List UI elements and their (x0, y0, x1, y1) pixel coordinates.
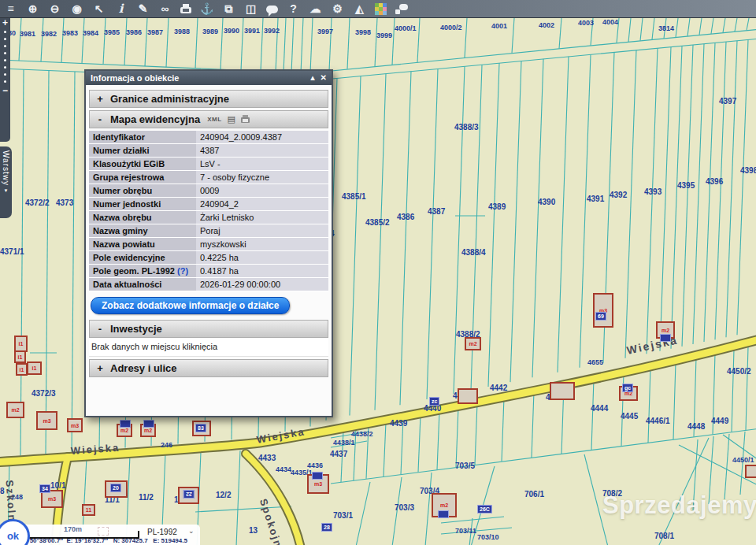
help-link[interactable]: (?) (175, 266, 188, 276)
parcel-label: 4385/1 (342, 192, 366, 201)
draw-measure-icon[interactable]: ✎ (136, 2, 150, 16)
parcel-label: 4372/3 (32, 389, 56, 398)
parcel-label: 4395 (677, 181, 695, 190)
parcel-label: 3987 (147, 28, 163, 36)
zoom-in-icon[interactable]: ⊕ (26, 2, 39, 16)
settings-icon[interactable]: ⚙ (331, 2, 344, 16)
parcel-label: 3984 (83, 29, 98, 37)
toolbar: ≡⊕⊖◉↖i✎∞⚓⧉◫?☁⚙◭ (0, 0, 756, 18)
parcel-label: 3990 (224, 27, 239, 35)
address-plate: 22 (183, 490, 195, 499)
feedback-icon[interactable] (395, 4, 408, 14)
parcel-label: 4371/1 (0, 247, 24, 256)
parcel-label: 4445 (621, 412, 638, 421)
pointer-icon[interactable]: ↖ (92, 2, 106, 16)
building-icon: m3 (67, 418, 83, 432)
window-titlebar[interactable]: Informacja o obiekcie ▴ ✕ (86, 71, 332, 85)
parcel-label: 3986 (126, 28, 142, 36)
chevron-down-icon[interactable]: ⌄ (188, 527, 195, 535)
more-info-button[interactable]: Zobacz dodatkowe informacje o działce (91, 297, 290, 314)
building-icon: m3 (36, 411, 57, 430)
address-plate: 69 (595, 312, 606, 321)
watermark: Sprzedajemy.pl (602, 491, 756, 520)
building-icon: i1 (16, 363, 28, 376)
parcel-label: 4450/2 (727, 367, 751, 376)
parcel-label: 3983 (62, 29, 78, 37)
parcel-label: 4450/1 (732, 456, 754, 464)
link-icon[interactable]: ∞ (158, 2, 172, 16)
scale-extent-icon (98, 527, 109, 536)
parcel-label: 10/1 (50, 481, 65, 490)
chevron-down-icon: ▼ (4, 188, 9, 193)
section-adresy-i-ulice[interactable]: + Adresy i ulice (89, 359, 328, 377)
parcel-label: 4437 (330, 450, 347, 458)
info-row: Numer obrębu0009 (89, 184, 328, 198)
parcel-label: 3814 (658, 24, 674, 32)
parcel-label: 4002 (539, 21, 554, 29)
parcel-label: 4449 (711, 417, 728, 425)
print-icon[interactable] (180, 7, 191, 13)
address-plate: 34 (39, 484, 50, 493)
crs-select[interactable]: PL-1992 (147, 528, 177, 536)
zoom-in-button[interactable]: + (2, 17, 8, 28)
parcel-label: 706/1 (524, 490, 544, 499)
parcel-label: 4003 (578, 19, 594, 27)
select-area-icon[interactable]: ◉ (70, 2, 83, 16)
parcel-label: 703/5 (455, 462, 475, 470)
zoom-out-button[interactable]: − (2, 85, 8, 96)
building-icon (745, 465, 756, 478)
comment-icon[interactable] (266, 6, 278, 13)
parcel-label: 4433 (258, 454, 276, 462)
close-icon[interactable]: ✕ (321, 74, 327, 82)
parcel-label: 4446/1 (646, 417, 670, 425)
parcel-label: 703/3 (395, 503, 414, 512)
prism-icon[interactable]: ◭ (353, 2, 366, 16)
section-mapa-ewidencyjna[interactable]: - Mapa ewidencyjna XML ▤ (89, 110, 328, 128)
building-icon: m2 (465, 337, 481, 350)
layers-panel-tab[interactable]: Warstwy ▼ (0, 146, 12, 218)
parcel-label: 4372/2 (25, 198, 50, 207)
address-plate (120, 420, 131, 428)
parcel-label: 4655 (587, 358, 603, 366)
collapse-icon[interactable]: ▴ (311, 74, 315, 82)
parcel-label: 246 (161, 441, 172, 449)
anchor-icon[interactable]: ⚓ (200, 2, 213, 16)
parcel-label: 4001 (491, 22, 507, 30)
list-icon[interactable]: ▤ (228, 114, 235, 124)
parcel-label: 4439 (390, 419, 407, 428)
building-icon: i1 (27, 361, 42, 375)
section-granice-administracyjne[interactable]: + Granice administracyjne (89, 90, 328, 108)
legend-icon[interactable] (375, 3, 387, 15)
parcel-label: 4434 (276, 465, 291, 473)
parcel-label: 4000/1 (395, 24, 417, 32)
parcel-label: 4391 (587, 195, 604, 203)
scale-label: 170m (64, 525, 82, 533)
layout-icon[interactable]: ◫ (244, 2, 258, 16)
parcel-label: 4387 (428, 207, 445, 216)
parcel-label: 4398 (740, 166, 756, 175)
parcel-label: 703/10 (477, 533, 499, 541)
parcel-label: 4373 (56, 198, 73, 207)
building-icon (550, 382, 575, 400)
parcel-label: 4389 (488, 202, 506, 211)
section-inwestycje[interactable]: - Inwestycje (89, 320, 328, 338)
address-plate (143, 420, 154, 428)
parcel-label: 708/1 (654, 532, 674, 540)
info-icon[interactable]: i (114, 2, 128, 16)
zoom-out-icon[interactable]: ⊖ (48, 2, 61, 16)
xml-link[interactable]: XML (207, 116, 221, 123)
print-icon[interactable] (241, 117, 250, 123)
address-plate: 20 (110, 484, 121, 492)
zoom-slider[interactable]: + − (0, 17, 10, 142)
layers-icon[interactable]: ≡ (4, 2, 17, 16)
address-plate: gc (622, 384, 633, 392)
info-row: Pole ewidencyjne0.4225 ha (89, 251, 328, 265)
help-icon[interactable]: ? (287, 2, 300, 16)
cloud-download-icon[interactable]: ☁ (309, 2, 322, 16)
parcel-label: 4438/1 (333, 439, 355, 447)
info-row: Klasoużytki EGiBLsV - (89, 158, 328, 171)
status-panel: 170m PL-1992 ⌄ N: 50°38′00.7″ E: 19°16′3… (17, 525, 200, 545)
copy-window-icon[interactable]: ⧉ (222, 2, 235, 16)
parcel-label: 4388/3 (454, 123, 479, 132)
parcel-label: 4442 (490, 384, 507, 392)
